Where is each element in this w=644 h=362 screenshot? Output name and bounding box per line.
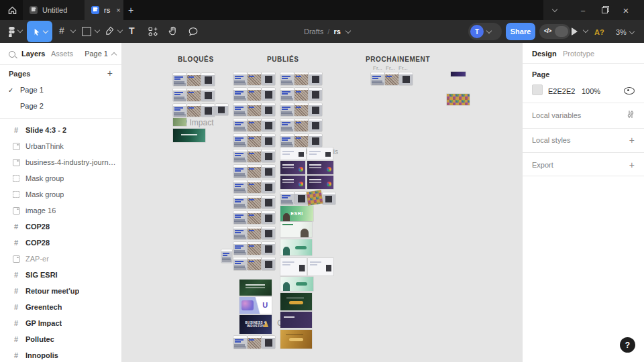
tab-prototype[interactable]: Prototype xyxy=(563,50,594,58)
restore-button[interactable] xyxy=(596,0,613,20)
zoom-menu[interactable]: 3% xyxy=(616,28,634,36)
canvas-banner[interactable] xyxy=(307,161,333,174)
canvas-thumbnail[interactable] xyxy=(294,192,308,204)
canvas-thumbnail[interactable] xyxy=(262,149,275,162)
canvas-banner[interactable] xyxy=(280,239,312,255)
canvas-banner[interactable]: ESRI xyxy=(280,206,313,221)
canvas-banner[interactable] xyxy=(173,129,205,142)
canvas-banner[interactable] xyxy=(239,280,272,296)
canvas-thumbnail[interactable] xyxy=(262,180,275,193)
canvas-thumbnail[interactable] xyxy=(233,88,247,101)
canvas-thumbnail[interactable] xyxy=(262,336,275,349)
layer-row-mask-group[interactable]: Mask group xyxy=(0,170,121,186)
window-menu-chevron[interactable] xyxy=(546,0,564,20)
move-tool-chevron[interactable] xyxy=(42,28,48,34)
canvas-thumbnail[interactable] xyxy=(233,180,247,193)
layer-row-greentech[interactable]: #Greentech xyxy=(0,299,121,315)
canvas-banner[interactable] xyxy=(307,176,333,189)
canvas-frame-label[interactable]: Fr... xyxy=(373,65,382,71)
layer-row-business-4-industry-journee-phys-[interactable]: business-4-industry-journee-phys... xyxy=(0,154,121,170)
canvas-thumbnail[interactable] xyxy=(294,103,308,116)
canvas-thumbnail[interactable] xyxy=(233,165,247,178)
comment-tool-button[interactable] xyxy=(188,26,199,37)
canvas-thumbnail[interactable] xyxy=(201,104,215,117)
move-tool-button-selected[interactable] xyxy=(27,21,52,42)
canvas-section-label[interactable]: PROCHAINEMENT xyxy=(366,56,430,63)
canvas-banner[interactable] xyxy=(307,147,333,160)
present-button[interactable] xyxy=(572,27,578,36)
canvas-banner[interactable] xyxy=(280,176,305,189)
canvas-banner[interactable] xyxy=(280,330,312,349)
canvas-banner[interactable] xyxy=(280,222,312,237)
canvas-thumbnail[interactable] xyxy=(187,73,201,86)
canvas-thumbnail[interactable] xyxy=(215,104,228,115)
dev-mode-toggle[interactable]: </> xyxy=(539,24,570,39)
canvas-thumbnail[interactable] xyxy=(262,227,275,239)
canvas-thumbnail[interactable] xyxy=(262,103,275,116)
dev-mode-toggle-knob[interactable] xyxy=(555,26,568,37)
canvas-thumbnail[interactable] xyxy=(201,73,215,86)
canvas-thumbnail[interactable] xyxy=(294,119,308,131)
canvas-thumbnail[interactable] xyxy=(262,196,275,208)
canvas-thumbnail[interactable] xyxy=(187,104,201,117)
canvas-thumbnail[interactable] xyxy=(280,103,294,116)
canvas-thumbnail[interactable] xyxy=(262,257,275,270)
actions-button[interactable] xyxy=(148,26,158,37)
layer-row-urbanthink[interactable]: UrbanThink xyxy=(0,138,121,154)
layer-row-pollutec[interactable]: #Pollutec xyxy=(0,331,121,347)
canvas-thumbnail[interactable] xyxy=(309,103,322,116)
user-avatar[interactable]: T xyxy=(470,25,484,38)
layer-row-cop28[interactable]: #COP28 xyxy=(0,219,121,235)
close-tab-icon[interactable]: × xyxy=(116,6,120,14)
layer-row-image-16[interactable]: image 16 xyxy=(0,202,121,219)
canvas-banner[interactable] xyxy=(280,147,306,160)
text-tool-button[interactable]: T xyxy=(129,25,135,36)
page-color-swatch[interactable] xyxy=(532,84,543,95)
canvas-thumbnail[interactable] xyxy=(262,134,275,147)
canvas-thumbnail[interactable] xyxy=(323,192,335,204)
canvas[interactable]: BLOQUÉSPUBLIÉSPROCHAINEMENTFr...Fr...Fr.… xyxy=(122,43,522,362)
canvas-thumbnail[interactable] xyxy=(248,149,261,162)
canvas-thumbnail[interactable] xyxy=(221,249,232,263)
canvas-banner[interactable]: U xyxy=(239,297,272,314)
page-color-value[interactable]: E2E2E2 xyxy=(548,87,575,95)
canvas-thumbnail[interactable] xyxy=(233,211,247,224)
canvas-thumbnail[interactable] xyxy=(280,192,294,204)
tab-design[interactable]: Design xyxy=(532,50,557,58)
tab-layers[interactable]: Layers xyxy=(21,50,45,58)
canvas-thumbnail[interactable] xyxy=(248,242,261,255)
canvas-thumbnail[interactable] xyxy=(233,336,247,349)
layer-row-gp-impact[interactable]: #GP Impact xyxy=(0,315,121,331)
canvas-thumbnail[interactable] xyxy=(233,242,247,255)
canvas-banner[interactable] xyxy=(280,312,312,328)
canvas-thumbnail[interactable] xyxy=(399,72,413,85)
canvas-thumbnail[interactable] xyxy=(280,134,294,147)
canvas-banner[interactable] xyxy=(308,258,333,276)
canvas-thumbnail[interactable] xyxy=(233,227,247,239)
current-user-menu[interactable]: T xyxy=(468,23,502,40)
page-color-opacity[interactable]: 100% xyxy=(582,87,600,95)
user-menu-chevron[interactable] xyxy=(486,28,492,34)
hand-tool-button[interactable] xyxy=(168,25,178,36)
canvas-banner[interactable] xyxy=(173,118,186,126)
canvas-thumbnail[interactable] xyxy=(309,134,322,147)
page-item[interactable]: Page 2 xyxy=(0,98,121,114)
visibility-eye-icon[interactable] xyxy=(624,87,635,95)
canvas-banner[interactable] xyxy=(447,94,470,105)
canvas-thumbnail[interactable] xyxy=(294,134,308,147)
canvas-thumbnail[interactable] xyxy=(173,73,186,86)
share-button[interactable]: Share xyxy=(506,23,535,40)
variables-sliders-icon[interactable] xyxy=(627,110,635,121)
canvas-thumbnail[interactable] xyxy=(201,88,215,101)
canvas-thumbnail[interactable] xyxy=(309,72,322,85)
canvas-section-label[interactable]: BLOQUÉS xyxy=(178,56,214,63)
canvas-thumbnail[interactable] xyxy=(294,72,308,85)
canvas-banner[interactable] xyxy=(280,277,313,291)
close-window-button[interactable]: × xyxy=(617,0,635,20)
layer-row-zap-er[interactable]: ZAP-er xyxy=(0,251,121,267)
canvas-banner[interactable] xyxy=(451,72,466,76)
canvas-section-label[interactable]: PUBLIÉS xyxy=(267,56,299,63)
canvas-thumbnail[interactable] xyxy=(262,165,275,178)
shape-tool-chevron[interactable] xyxy=(95,29,99,32)
canvas-thumbnail[interactable] xyxy=(248,257,261,270)
